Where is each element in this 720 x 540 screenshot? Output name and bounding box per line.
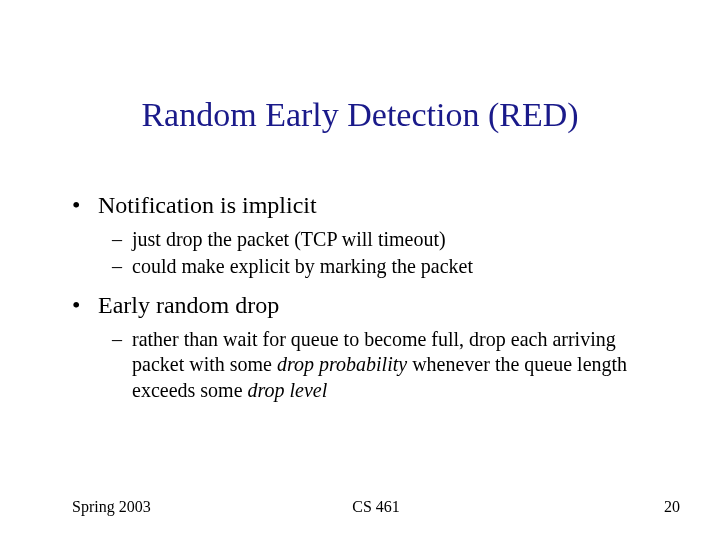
footer-center: CS 461	[72, 498, 680, 516]
bullet-item: • Notification is implicit	[72, 190, 660, 221]
sub-bullet-item: – just drop the packet (TCP will timeout…	[112, 227, 660, 253]
bullet-dot: •	[72, 290, 98, 321]
sub-bullet-text: just drop the packet (TCP will timeout)	[132, 227, 660, 253]
slide: Random Early Detection (RED) • Notificat…	[0, 0, 720, 540]
bullet-dash: –	[112, 254, 132, 280]
bullet-item: • Early random drop	[72, 290, 660, 321]
bullet-dash: –	[112, 327, 132, 404]
bullet-text: Early random drop	[98, 290, 660, 321]
slide-title: Random Early Detection (RED)	[0, 96, 720, 134]
italic-text: drop level	[248, 379, 328, 401]
footer-right: 20	[664, 498, 680, 516]
bullet-dash: –	[112, 227, 132, 253]
sub-bullet-text: could make explicit by marking the packe…	[132, 254, 660, 280]
italic-text: drop probability	[277, 353, 407, 375]
bullet-text: Notification is implicit	[98, 190, 660, 221]
sub-bullet-text: rather than wait for queue to become ful…	[132, 327, 660, 404]
footer-left: Spring 2003	[72, 498, 151, 516]
sub-bullet-item: – could make explicit by marking the pac…	[112, 254, 660, 280]
spacer	[72, 282, 660, 290]
slide-body: • Notification is implicit – just drop t…	[72, 190, 660, 405]
slide-footer: Spring 2003 CS 461 20	[72, 498, 680, 516]
bullet-dot: •	[72, 190, 98, 221]
sub-bullet-item: – rather than wait for queue to become f…	[112, 327, 660, 404]
